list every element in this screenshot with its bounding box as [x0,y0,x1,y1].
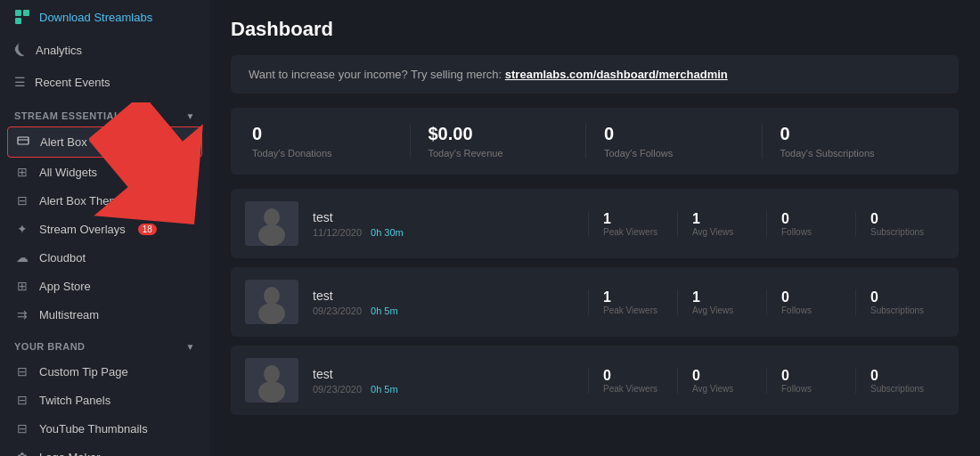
svg-point-8 [258,303,285,324]
sidebar-item-multistream[interactable]: ⇉ Multistream [0,300,209,329]
stream-date: 11/12/2020 [313,227,362,238]
stream-stat-subscriptions: 0 Subscriptions [855,368,944,394]
chevron-down-icon: ▼ [186,111,195,121]
donations-value: 0 [252,124,392,144]
stream-date: 09/23/2020 [313,384,362,395]
your-brand-label: Your Brand [14,341,86,352]
stream-follows-value: 0 [781,211,789,227]
stream-duration: 0h 5m [371,305,398,316]
list-icon: ☰ [14,75,26,89]
stream-stat-avg-views: 1 Avg Views [677,211,766,237]
multistream-icon: ⇉ [14,307,30,322]
avg-views-label: Avg Views [692,384,733,394]
stat-follows: 0 Today's Follows [586,124,763,159]
youtube-thumb-icon: ⊟ [14,421,30,436]
stream-stats: 1 Peak Viewers 1 Avg Views 0 Follows 0 S… [588,289,944,315]
stream-info: test 11/12/2020 0h 30m [313,210,574,238]
widgets-icon: ⊞ [14,165,30,179]
stream-name: test [313,367,574,381]
custom-tip-page-label: Custom Tip Page [39,365,128,379]
sidebar-item-all-widgets[interactable]: ⊞ All Widgets [0,158,209,186]
stream-essentials-label: Stream Essentials [14,110,127,121]
stream-duration: 0h 5m [371,384,398,395]
stream-row: test 09/23/2020 0h 5m 1 Peak Viewers 1 A… [231,267,959,337]
stream-name: test [313,210,574,224]
svg-point-10 [264,365,280,383]
app-store-icon: ⊞ [14,279,30,293]
stat-revenue: $0.00 Today's Revenue [411,124,587,159]
svg-point-4 [264,208,280,226]
stream-name: test [313,289,574,303]
sidebar-item-app-store[interactable]: ⊞ App Store [0,272,209,300]
stream-stat-follows: 0 Follows [766,289,855,315]
stream-follows-value: 0 [781,289,789,305]
stream-stat-avg-views: 0 Avg Views [677,368,766,394]
stream-stats: 0 Peak Viewers 0 Avg Views 0 Follows 0 S… [588,368,944,394]
sidebar-item-youtube-thumbnails[interactable]: ⊟ YouTube Thumbnails [0,414,209,443]
stream-stat-peak-viewers: 0 Peak Viewers [588,368,677,394]
sidebar-item-alert-box-themes[interactable]: ⊟ Alert Box Themes [0,186,209,215]
stream-stat-peak-viewers: 1 Peak Viewers [588,289,677,315]
subscriptions-label: Today's Subscriptions [780,148,920,159]
stream-follows-label: Follows [781,384,812,394]
stream-duration: 0h 30m [371,227,404,238]
svg-point-7 [264,287,280,305]
overlays-icon: ✦ [14,222,30,236]
multistream-label: Multistream [39,308,99,322]
main-content: Dashboard Want to increase your income? … [209,0,980,456]
sidebar-item-recent-events[interactable]: ☰ Recent Events [0,66,209,98]
all-widgets-label: All Widgets [39,166,97,179]
stream-info: test 09/23/2020 0h 5m [313,367,574,395]
twitch-panels-icon: ⊟ [14,393,30,407]
stream-stat-follows: 0 Follows [766,368,855,394]
promo-link[interactable]: streamlabs.com/dashboard/merchadmin [505,68,728,81]
sidebar: Download Streamlabs ⏾ Analytics ☰ Recent… [0,0,209,456]
revenue-value: $0.00 [429,124,568,144]
peak-viewers-label: Peak Viewers [603,384,657,394]
stream-info: test 09/23/2020 0h 5m [313,289,574,316]
stream-essentials-header[interactable]: Stream Essentials ▼ [0,98,209,126]
alert-box-label: Alert Box [40,135,87,149]
stream-overlays-badge: 18 [138,224,157,235]
sidebar-item-alert-box[interactable]: Alert Box [7,126,202,158]
app-store-label: App Store [39,280,91,293]
sidebar-item-cloudbot[interactable]: ☁ Cloudbot [0,243,209,272]
stream-row: test 09/23/2020 0h 5m 0 Peak Viewers 0 A… [231,346,959,415]
stream-meta: 09/23/2020 0h 5m [313,384,574,395]
alert-box-themes-label: Alert Box Themes [39,194,131,208]
stream-stat-subscriptions: 0 Subscriptions [855,211,944,237]
download-label: Download Streamlabs [39,11,152,24]
peak-viewers-value: 0 [603,368,611,384]
youtube-thumbnails-label: YouTube Thumbnails [39,422,148,436]
sidebar-item-analytics[interactable]: ⏾ Analytics [0,34,209,66]
stream-stats: 1 Peak Viewers 1 Avg Views 0 Follows 0 S… [588,211,944,237]
stream-date: 09/23/2020 [313,305,362,316]
stream-subscriptions-label: Subscriptions [870,227,924,237]
stream-subscriptions-value: 0 [870,368,878,384]
stream-thumbnail [245,280,298,324]
stream-overlays-label: Stream Overlays [39,223,126,236]
your-brand-header[interactable]: Your Brand ▼ [0,329,209,357]
sidebar-item-twitch-panels[interactable]: ⊟ Twitch Panels [0,386,209,414]
page-title: Dashboard [231,18,959,41]
recent-events-label: Recent Events [35,76,110,89]
stream-stat-subscriptions: 0 Subscriptions [855,289,944,315]
stream-follows-value: 0 [781,368,789,384]
analytics-icon: ⏾ [14,43,27,57]
avg-views-label: Avg Views [692,305,733,315]
donations-label: Today's Donations [252,148,392,159]
sidebar-item-logo-maker[interactable]: ✿ Logo Maker [0,443,209,456]
sidebar-item-stream-overlays[interactable]: ✦ Stream Overlays 18 [0,215,209,243]
stream-stat-avg-views: 1 Avg Views [677,289,766,315]
promo-banner: Want to increase your income? Try sellin… [231,55,959,94]
subscriptions-value: 0 [780,124,920,144]
stat-subscriptions: 0 Today's Subscriptions [763,124,938,159]
peak-viewers-label: Peak Viewers [603,227,657,237]
sidebar-item-custom-tip-page[interactable]: ⊟ Custom Tip Page [0,357,209,386]
sidebar-item-download[interactable]: Download Streamlabs [0,0,209,34]
streamlabs-logo-icon [14,9,30,25]
stream-subscriptions-label: Subscriptions [870,384,924,394]
stream-rows: test 11/12/2020 0h 30m 1 Peak Viewers 1 … [231,189,959,415]
peak-viewers-label: Peak Viewers [603,305,657,315]
stream-stat-peak-viewers: 1 Peak Viewers [588,211,677,237]
